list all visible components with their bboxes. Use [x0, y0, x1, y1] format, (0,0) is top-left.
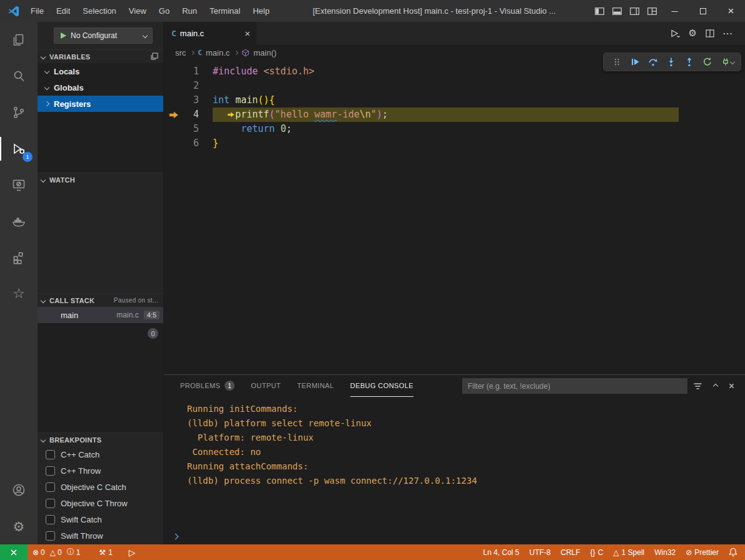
code-line-6[interactable]: 6} — [164, 136, 745, 151]
step-over-button[interactable] — [644, 53, 662, 71]
menu-help[interactable]: Help — [246, 6, 276, 16]
activity-explorer[interactable] — [0, 22, 38, 58]
panel-tab-problems[interactable]: PROBLEMS1 — [180, 375, 235, 397]
collapse-all-icon[interactable] — [150, 52, 158, 61]
close-panel-icon[interactable]: × — [723, 381, 740, 392]
code-line-4[interactable]: 4printf("hello wamr-ide\n"); — [164, 108, 745, 122]
breadcrumb-item[interactable]: src — [174, 48, 187, 58]
menu-terminal[interactable]: Terminal — [203, 6, 246, 16]
toggle-panel-icon[interactable] — [608, 0, 626, 22]
variables-item-globals[interactable]: Globals — [38, 79, 163, 96]
breadcrumb-item[interactable]: main.c — [205, 48, 231, 58]
run-or-debug-button[interactable] — [666, 29, 684, 38]
panel-tab-terminal[interactable]: TERMINAL — [297, 375, 334, 397]
settings-button[interactable]: ⚙ — [0, 508, 38, 544]
code-line-5[interactable]: 5 return 0; — [164, 122, 745, 136]
breakpoint-item[interactable]: Objective C Catch — [38, 479, 163, 495]
activity-docker[interactable] — [0, 203, 38, 239]
maximize-panel-icon[interactable] — [708, 384, 723, 388]
menu-go[interactable]: Go — [153, 6, 176, 16]
tab-close-icon[interactable]: × — [240, 28, 250, 39]
gutter[interactable] — [164, 108, 183, 122]
activity-extensions[interactable] — [0, 239, 38, 276]
code-editor[interactable]: 1#include <stdio.h>23int main(){4printf(… — [164, 61, 745, 374]
checkbox-icon[interactable] — [46, 515, 55, 524]
menu-edit[interactable]: Edit — [50, 6, 76, 16]
code-line-2[interactable]: 2 — [164, 79, 745, 93]
status-platform[interactable]: Win32 — [649, 544, 681, 560]
gutter[interactable] — [164, 122, 183, 136]
breakpoint-item[interactable]: Swift Catch — [38, 511, 163, 528]
breadcrumb-item[interactable]: main() — [252, 48, 278, 58]
info-icon: ⓘ — [67, 547, 74, 558]
menu-view[interactable]: View — [123, 6, 153, 16]
menu-selection[interactable]: Selection — [76, 6, 122, 16]
activity-search[interactable] — [0, 58, 38, 94]
status-encoding[interactable]: UTF-8 — [524, 544, 555, 560]
debug-config-dropdown[interactable]: No Configurat — [54, 28, 153, 44]
gutter[interactable] — [164, 79, 183, 93]
breakpoint-item[interactable]: C++ Throw — [38, 462, 163, 479]
step-into-button[interactable] — [662, 53, 680, 71]
tab-main-c[interactable]: C main.c × — [164, 22, 256, 44]
tools-count: 1 — [108, 548, 113, 557]
checkbox-icon[interactable] — [46, 499, 55, 508]
maximize-button[interactable] — [689, 0, 717, 22]
code-line-3[interactable]: 3int main(){ — [164, 93, 745, 108]
tools-status[interactable]: ⚒1 — [94, 544, 117, 560]
call-stack-section-header[interactable]: CALL STACK Paused on st... — [38, 293, 163, 307]
checkbox-icon[interactable] — [46, 450, 55, 459]
toolbar-drag-grip[interactable] — [607, 53, 626, 71]
console-filter-input[interactable] — [462, 378, 687, 394]
toggle-secondary-sidebar-icon[interactable] — [626, 0, 643, 22]
status-cursor-position[interactable]: Ln 4, Col 5 — [478, 544, 524, 560]
filter-icon[interactable] — [687, 382, 708, 391]
panel-tab-output[interactable]: OUTPUT — [251, 375, 281, 397]
activity-source-control[interactable] — [0, 94, 38, 131]
activity-remote-explorer[interactable] — [0, 167, 38, 203]
checkbox-icon[interactable] — [46, 531, 55, 541]
status-eol[interactable]: CRLF — [555, 544, 585, 560]
accounts-button[interactable] — [0, 472, 38, 508]
variables-section-header[interactable]: VARIABLES — [38, 49, 163, 63]
panel-tab-debug-console[interactable]: DEBUG CONSOLE — [350, 375, 413, 397]
files-icon — [11, 32, 26, 48]
gutter[interactable] — [164, 64, 183, 79]
menu-file[interactable]: File — [24, 6, 50, 16]
status-language-mode[interactable]: {}C — [585, 544, 609, 560]
status-spell-checker[interactable]: △1 Spell — [608, 544, 649, 560]
minimize-button[interactable]: ─ — [661, 0, 689, 22]
breakpoint-item[interactable]: C++ Catch — [38, 446, 163, 462]
activity-run-and-debug[interactable]: 1 — [0, 131, 38, 167]
breakpoint-item[interactable]: Objective C Throw — [38, 495, 163, 511]
notifications-bell[interactable] — [724, 544, 745, 560]
step-out-button[interactable] — [680, 53, 698, 71]
watch-section-header[interactable]: WATCH — [38, 172, 163, 186]
variables-item-locals[interactable]: Locals — [38, 63, 163, 79]
menu-run[interactable]: Run — [176, 6, 203, 16]
restart-button[interactable] — [698, 53, 716, 71]
gutter[interactable] — [164, 136, 183, 151]
close-button[interactable]: × — [717, 0, 745, 22]
activity-favorites[interactable]: ☆ — [0, 276, 38, 312]
continue-button[interactable] — [626, 53, 644, 71]
gutter[interactable] — [164, 93, 183, 108]
debug-console-input[interactable] — [164, 528, 745, 544]
breakpoint-item[interactable]: Swift Throw — [38, 528, 163, 544]
split-editor-button[interactable] — [701, 29, 719, 38]
variables-item-registers[interactable]: Registers — [38, 96, 163, 112]
debug-status[interactable]: ▷ — [124, 544, 143, 560]
toggle-sidebar-icon[interactable] — [590, 0, 608, 22]
more-actions-button[interactable]: ··· — [719, 29, 737, 38]
configure-gear-icon[interactable]: ⚙ — [684, 28, 701, 39]
problems-status[interactable]: ⊗0 △0 ⓘ1 — [28, 544, 90, 560]
start-debug-icon[interactable] — [59, 32, 67, 39]
status-prettier[interactable]: ⊘Prettier — [681, 544, 724, 560]
customize-layout-icon[interactable] — [643, 0, 661, 22]
checkbox-icon[interactable] — [46, 482, 55, 492]
checkbox-icon[interactable] — [46, 466, 55, 476]
status-right-items: Ln 4, Col 5UTF-8CRLF{}C△1 SpellWin32⊘Pre… — [478, 544, 724, 560]
stack-frame-row[interactable]: main main.c 4:5 — [38, 307, 163, 323]
breakpoints-section-header[interactable]: BREAKPOINTS — [38, 432, 163, 446]
remote-indicator[interactable] — [0, 544, 28, 560]
